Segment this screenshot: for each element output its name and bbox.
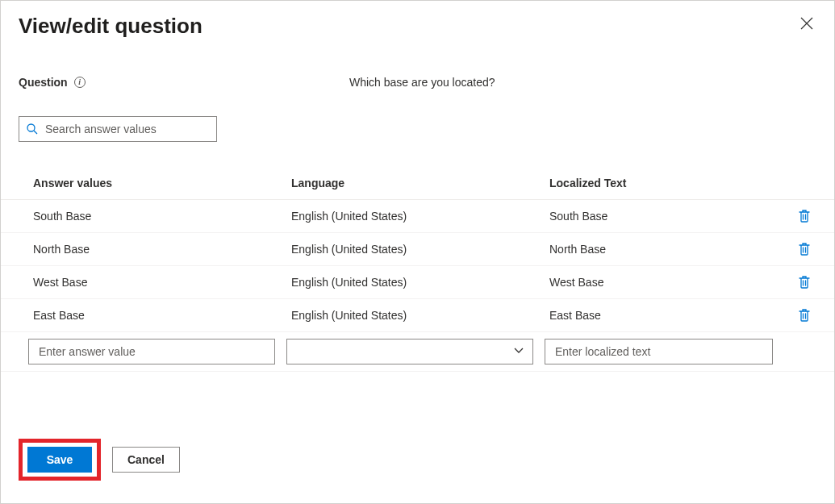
panel-title: View/edit question	[19, 14, 202, 39]
cell-answer-value: West Base	[33, 276, 291, 289]
table-row: East Base English (United States) East B…	[1, 299, 834, 332]
table-row: South Base English (United States) South…	[1, 200, 834, 233]
svg-point-0	[27, 124, 35, 131]
trash-icon	[798, 242, 811, 256]
new-answer-row	[1, 339, 834, 372]
dialog-footer: Save Cancel	[19, 439, 180, 481]
svg-line-1	[34, 131, 37, 134]
search-answer-values-box[interactable]	[19, 116, 217, 142]
info-icon[interactable]: i	[74, 77, 86, 88]
answer-values-table: Answer values Language Localized Text So…	[1, 166, 834, 372]
trash-icon	[798, 209, 811, 223]
cell-answer-value: North Base	[33, 243, 291, 256]
cell-localized-text: West Base	[549, 276, 784, 289]
close-button[interactable]	[797, 14, 816, 33]
trash-icon	[798, 308, 811, 323]
delete-row-button[interactable]	[798, 275, 811, 289]
delete-row-button[interactable]	[798, 308, 811, 323]
question-field-label: Question i	[19, 76, 349, 89]
answer-value-input-wrap[interactable]	[28, 339, 275, 364]
table-row: North Base English (United States) North…	[1, 233, 834, 266]
cell-answer-value: South Base	[33, 210, 291, 223]
search-icon	[26, 123, 39, 135]
question-text: Which base are you located?	[349, 76, 495, 89]
search-input[interactable]	[44, 122, 210, 136]
answer-value-input[interactable]	[37, 344, 266, 359]
cell-language: English (United States)	[291, 309, 549, 322]
question-label-text: Question	[19, 76, 68, 89]
delete-row-button[interactable]	[798, 242, 811, 256]
cell-language: English (United States)	[291, 243, 549, 256]
cell-answer-value: East Base	[33, 309, 291, 322]
cancel-button[interactable]: Cancel	[112, 447, 180, 473]
close-icon	[800, 17, 813, 30]
cell-language: English (United States)	[291, 276, 549, 289]
language-select[interactable]	[286, 339, 533, 364]
chevron-down-icon	[513, 345, 524, 359]
cell-language: English (United States)	[291, 210, 549, 223]
col-header-localized-text[interactable]: Localized Text	[549, 177, 784, 190]
localized-text-input[interactable]	[553, 344, 764, 359]
table-row: West Base English (United States) West B…	[1, 266, 834, 299]
col-header-language[interactable]: Language	[291, 177, 549, 190]
cell-localized-text: South Base	[549, 210, 784, 223]
save-highlight: Save	[19, 439, 101, 481]
delete-row-button[interactable]	[798, 209, 811, 223]
view-edit-question-panel: View/edit question Question i Which base…	[0, 0, 835, 504]
col-header-answer-values[interactable]: Answer values	[33, 177, 291, 190]
table-header: Answer values Language Localized Text	[1, 166, 834, 200]
cell-localized-text: North Base	[549, 243, 784, 256]
cell-localized-text: East Base	[549, 309, 784, 322]
save-button[interactable]: Save	[27, 447, 92, 473]
localized-text-input-wrap[interactable]	[545, 339, 773, 364]
trash-icon	[798, 275, 811, 289]
